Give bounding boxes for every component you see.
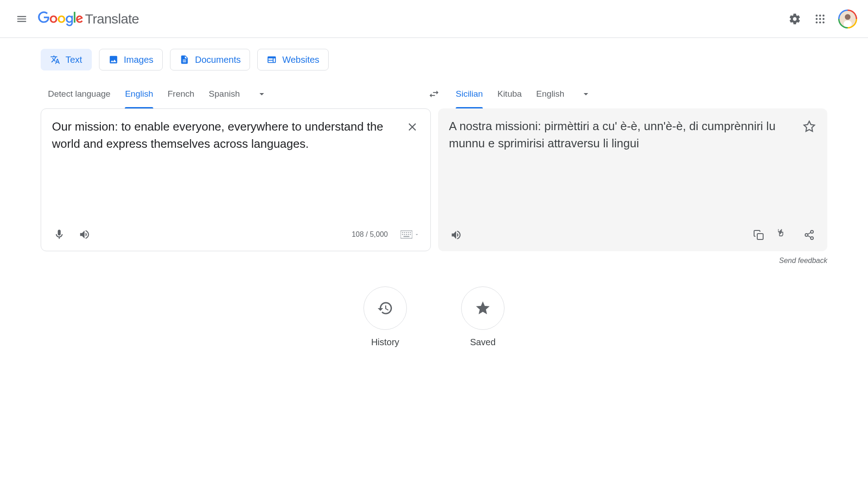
speaker-icon (450, 229, 462, 241)
logo[interactable]: Translate (38, 11, 139, 27)
svg-rect-11 (404, 232, 405, 233)
hamburger-icon (16, 13, 28, 25)
target-lang-side: Sicilian Kituba English (448, 80, 827, 108)
source-lang-english[interactable]: English (118, 80, 160, 108)
source-panel: Our mission: to enable everyone, everywh… (41, 108, 431, 251)
svg-point-24 (811, 237, 813, 239)
swap-icon (428, 88, 440, 100)
target-panel: A nostra missioni: pirmèttiri a cu' è-è,… (438, 108, 827, 251)
mode-websites[interactable]: Websites (257, 49, 329, 70)
mode-text-label: Text (66, 55, 82, 65)
copy-translation-button[interactable] (750, 226, 768, 244)
svg-rect-17 (406, 234, 407, 235)
target-lang-dropdown[interactable] (575, 83, 597, 105)
keyboard-icon (401, 230, 412, 239)
apps-button[interactable] (809, 8, 831, 30)
main-menu-button[interactable] (11, 8, 33, 30)
history-button[interactable]: History (363, 286, 407, 347)
svg-point-7 (819, 21, 821, 23)
main-content: Text Images Documents Websites Detect la… (0, 38, 868, 347)
close-icon (406, 121, 419, 133)
mode-chips: Text Images Documents Websites (41, 49, 827, 70)
speaker-icon (79, 229, 90, 240)
svg-line-26 (808, 233, 811, 235)
svg-rect-15 (402, 234, 403, 235)
svg-rect-12 (406, 232, 407, 233)
svg-point-8 (822, 21, 824, 23)
character-count: 108 / 5,000 (352, 230, 388, 239)
source-lang-french[interactable]: French (160, 80, 202, 108)
document-icon (179, 55, 189, 65)
mode-text[interactable]: Text (41, 49, 92, 70)
svg-point-0 (816, 14, 817, 16)
swap-languages-button[interactable] (423, 83, 445, 105)
avatar-image (840, 11, 856, 27)
header: Translate (0, 0, 868, 38)
share-icon (804, 230, 815, 240)
svg-rect-13 (408, 232, 409, 233)
gear-icon (788, 13, 801, 25)
mode-images-label: Images (124, 55, 154, 65)
settings-button[interactable] (784, 8, 806, 30)
svg-rect-20 (404, 236, 410, 237)
save-translation-button[interactable] (800, 117, 818, 136)
svg-point-4 (819, 18, 821, 19)
svg-rect-10 (402, 232, 403, 233)
svg-rect-19 (410, 234, 411, 235)
mode-documents-label: Documents (195, 55, 241, 65)
rate-translation-button[interactable] (775, 226, 793, 244)
input-tools-button[interactable] (399, 229, 421, 240)
chevron-down-icon (256, 89, 267, 99)
language-bar: Detect language English French Spanish S… (41, 80, 827, 108)
dropdown-arrow-icon (414, 232, 420, 237)
svg-rect-21 (757, 234, 763, 239)
target-lang-sicilian[interactable]: Sicilian (448, 80, 490, 108)
listen-target-button[interactable] (447, 226, 465, 244)
svg-rect-16 (404, 234, 405, 235)
source-lang-side: Detect language English French Spanish (41, 80, 420, 108)
svg-rect-14 (410, 232, 411, 233)
target-text-output: A nostra missioni: pirmèttiri a cu' è-è,… (438, 108, 827, 221)
svg-point-6 (816, 21, 817, 23)
svg-point-23 (805, 234, 808, 236)
source-panel-footer: 108 / 5,000 (41, 220, 430, 251)
saved-button[interactable]: Saved (461, 286, 505, 347)
apps-grid-icon (814, 13, 826, 25)
history-icon (377, 300, 393, 316)
target-lang-english[interactable]: English (529, 80, 571, 108)
svg-rect-18 (408, 234, 409, 235)
mode-images[interactable]: Images (99, 49, 163, 70)
target-lang-kituba[interactable]: Kituba (490, 80, 529, 108)
clear-source-button[interactable] (403, 118, 421, 136)
star-filled-icon (475, 300, 491, 316)
send-feedback-link[interactable]: Send feedback (41, 257, 827, 265)
translation-panels: Our mission: to enable everyone, everywh… (41, 108, 827, 251)
product-name: Translate (85, 11, 139, 27)
thumbs-icon (778, 229, 790, 241)
web-icon (267, 55, 277, 65)
svg-line-25 (808, 236, 811, 238)
google-logo (38, 11, 83, 27)
bottom-actions: History Saved (41, 286, 827, 347)
account-avatar[interactable] (838, 9, 857, 28)
svg-point-2 (822, 14, 824, 16)
share-translation-button[interactable] (800, 226, 818, 244)
microphone-button[interactable] (50, 225, 68, 244)
listen-source-button[interactable] (75, 225, 94, 244)
star-outline-icon (803, 120, 816, 133)
svg-point-3 (816, 18, 817, 19)
svg-point-5 (822, 18, 824, 19)
microphone-icon (53, 229, 65, 240)
history-label: History (371, 337, 399, 347)
copy-icon (753, 230, 764, 240)
chevron-down-icon (580, 89, 591, 99)
source-lang-spanish[interactable]: Spanish (202, 80, 247, 108)
mode-documents[interactable]: Documents (170, 49, 250, 70)
image-icon (108, 55, 118, 65)
source-text-input[interactable]: Our mission: to enable everyone, everywh… (41, 109, 430, 220)
source-lang-dropdown[interactable] (251, 83, 273, 105)
mode-websites-label: Websites (282, 55, 319, 65)
source-lang-detect[interactable]: Detect language (41, 80, 118, 108)
saved-label: Saved (470, 337, 496, 347)
svg-point-22 (811, 230, 813, 233)
